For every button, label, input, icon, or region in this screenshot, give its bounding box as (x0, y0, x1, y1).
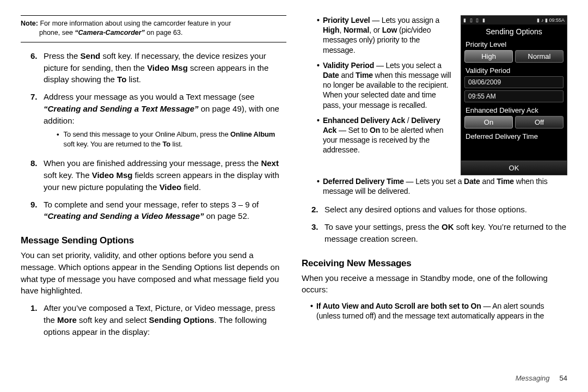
phone-eda-label: Enhanced Delivery Ack (461, 105, 567, 116)
page-footer: Messaging54 (516, 374, 567, 382)
section-message-sending-options: Message Sending Options (21, 235, 286, 246)
option-deferred-delivery: Deferred Delivery Time — Lets you set a … (317, 176, 567, 196)
note-box: Note: For more information about using t… (21, 15, 286, 42)
phone-priority-segments: High Normal (461, 50, 567, 65)
right-steps: 2. Select any desired options and values… (311, 204, 567, 250)
phone-screenshot: ▮ ▯ ▯ ▮ ▮ ♪ ▮ 09:55A Sending Options Pri… (461, 15, 567, 175)
phone-validity-label: Validity Period (461, 65, 567, 76)
step-9: 9. To complete and send your message, re… (30, 199, 286, 223)
footer-section: Messaging (516, 374, 550, 382)
step-7-sub-1: To send this message to your Online Albu… (57, 130, 286, 149)
note-line1: For more information about using the cam… (40, 20, 231, 27)
step-7: 7. Address your message as you would a T… (30, 91, 286, 152)
phone-ok-softkey[interactable]: OK (461, 161, 567, 175)
left-column: Note: For more information about using t… (21, 15, 286, 382)
phone-statusbar: ▮ ▯ ▯ ▮ ▮ ♪ ▮ 09:55A (461, 16, 567, 24)
phone-priority-high[interactable]: High (464, 50, 513, 63)
options-bullets-cont: Deferred Delivery Time — Lets you set a … (317, 176, 567, 201)
phone-priority-normal[interactable]: Normal (515, 50, 564, 63)
right-top-row: Priority Level — Lets you assign a High,… (302, 15, 567, 175)
note-label: Note: (21, 20, 38, 27)
page: Note: For more information about using t… (0, 0, 588, 392)
note-line2: phone, see “Camera-Camcorder” on page 63… (39, 28, 286, 38)
status-left-icons: ▮ ▯ ▯ ▮ (463, 17, 486, 23)
phone-eda-on[interactable]: On (464, 116, 513, 128)
section-receiving-new-messages: Receiving New Messages (302, 258, 567, 269)
sec1-steps: 1. After you’ve composed a Text, Picture… (30, 302, 286, 343)
step-2: 2. Select any desired options and values… (311, 204, 567, 216)
option-enhanced-delivery-ack: Enhanced Delivery Ack / Delivery Ack — S… (317, 115, 453, 155)
phone-validity-time[interactable]: 09:55 AM (464, 90, 564, 102)
options-bullets: Priority Level — Lets you assign a High,… (302, 15, 453, 175)
phone-eda-segments: On Off (461, 116, 567, 131)
footer-page-number: 54 (560, 374, 567, 382)
sec1-para: You can set priority, validity, and othe… (21, 249, 286, 297)
phone-screen-title: Sending Options (461, 24, 567, 39)
option-validity-period: Validity Period — Lets you select a Date… (317, 60, 453, 110)
phone-validity-date[interactable]: 08/06/2009 (464, 76, 564, 88)
phone-eda-off[interactable]: Off (515, 116, 564, 128)
phone-ddt-label: Deferred Delivery Time (461, 131, 567, 142)
step-7-sub: To send this message to your Online Albu… (57, 130, 286, 149)
sec1-step-1: 1. After you’ve composed a Text, Picture… (30, 302, 286, 338)
right-column: Priority Level — Lets you assign a High,… (302, 15, 567, 382)
phone-priority-label: Priority Level (461, 39, 567, 50)
step-6: 6. Press the Send soft key. If necessary… (30, 50, 286, 85)
status-right-icons: ▮ ♪ ▮ 09:55A (537, 17, 565, 23)
sec2-bullets: If Auto View and Auto Scroll are both se… (310, 301, 567, 326)
step-8: 8. When you are finished addressing your… (30, 157, 286, 193)
left-steps: 6. Press the Send soft key. If necessary… (30, 50, 286, 228)
sec2-para: When you receive a message in Standby mo… (302, 272, 567, 296)
sec2-bullet-1: If Auto View and Auto Scroll are both se… (310, 301, 567, 321)
step-3: 3. To save your settings, press the OK s… (311, 221, 567, 245)
option-priority-level: Priority Level — Lets you assign a High,… (317, 15, 453, 55)
